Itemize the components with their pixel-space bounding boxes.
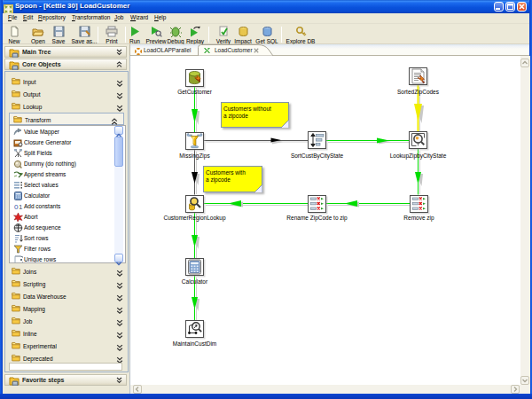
svg-text:1: 1	[19, 203, 23, 211]
